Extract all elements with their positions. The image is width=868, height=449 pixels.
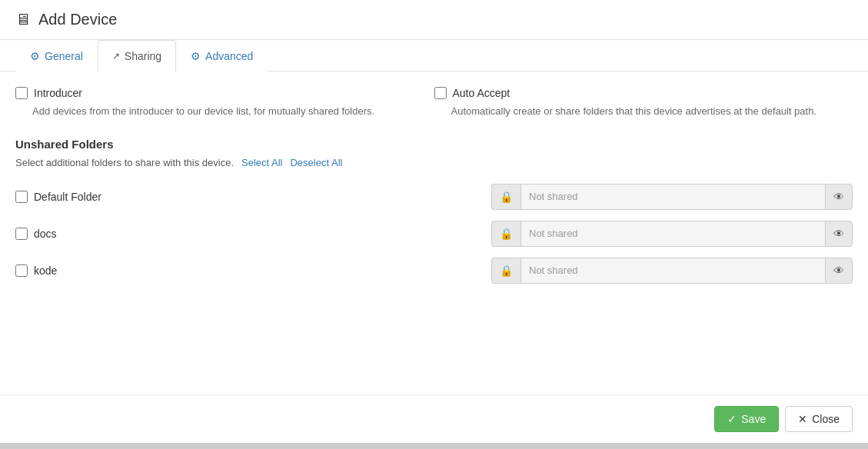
folder-docs-checkbox[interactable] <box>15 228 28 240</box>
folder-docs-status <box>520 221 825 247</box>
folder-docs-eye-button[interactable]: 👁 <box>825 221 853 247</box>
introducer-checkbox[interactable] <box>15 87 28 99</box>
lock-icon: 🔒 <box>500 228 513 240</box>
gear-icon-advanced: ⚙ <box>191 50 201 62</box>
folder-default-status <box>520 184 825 210</box>
lock-icon: 🔒 <box>500 191 513 203</box>
folder-kode-lock-button[interactable]: 🔒 <box>491 258 520 284</box>
introducer-label[interactable]: Introducer <box>34 87 82 99</box>
introducer-option: Introducer Add devices from the introduc… <box>15 87 434 119</box>
save-button[interactable]: ✓ Save <box>714 406 779 432</box>
auto-accept-checkbox[interactable] <box>434 87 447 99</box>
options-row: Introducer Add devices from the introduc… <box>15 87 853 119</box>
lock-icon: 🔒 <box>500 264 513 277</box>
folder-default-checkbox[interactable] <box>15 191 28 203</box>
folder-default-eye-button[interactable]: 👁 <box>825 184 853 210</box>
folder-docs-lock-button[interactable]: 🔒 <box>491 221 520 247</box>
unshared-folders-section: Unshared Folders Select additional folde… <box>15 138 853 288</box>
x-icon: ✕ <box>798 413 807 425</box>
folder-kode-status <box>520 258 825 284</box>
folder-docs-controls: 🔒 👁 <box>491 221 853 247</box>
auto-accept-option: Auto Accept Automatically create or shar… <box>434 87 853 119</box>
modal-footer: ✓ Save ✕ Close <box>0 394 868 443</box>
tab-advanced-label: Advanced <box>205 50 253 62</box>
table-row: Default Folder 🔒 👁 <box>15 179 853 215</box>
tab-general-label: General <box>45 50 83 62</box>
folder-kode-checkbox[interactable] <box>15 264 28 277</box>
table-row: docs 🔒 👁 <box>15 216 853 251</box>
tab-general[interactable]: ⚙ General <box>15 40 98 72</box>
tab-sharing-label: Sharing <box>125 50 161 62</box>
unshared-folders-title: Unshared Folders <box>15 138 853 151</box>
eye-icon: 👁 <box>833 228 844 240</box>
folder-docs-name: docs <box>28 228 491 240</box>
auto-accept-label[interactable]: Auto Accept <box>453 87 510 99</box>
deselect-all-link[interactable]: Deselect All <box>290 157 342 168</box>
introducer-description: Add devices from the introducer to our d… <box>15 104 434 119</box>
folder-kode-name: kode <box>28 264 491 277</box>
folder-default-name: Default Folder <box>28 191 491 203</box>
folder-kode-controls: 🔒 👁 <box>491 258 853 284</box>
modal-header: 🖥 Add Device <box>0 0 868 40</box>
select-all-link[interactable]: Select All <box>241 157 282 168</box>
check-icon: ✓ <box>727 413 737 425</box>
table-row: kode 🔒 👁 <box>15 253 853 288</box>
folder-rows: Default Folder 🔒 👁 docs <box>15 179 853 288</box>
tab-sharing[interactable]: ↗ Sharing <box>98 40 176 72</box>
page-title: Add Device <box>38 11 117 28</box>
auto-accept-description: Automatically create or share folders th… <box>434 104 853 119</box>
gear-icon-general: ⚙ <box>30 50 40 62</box>
folder-kode-eye-button[interactable]: 👁 <box>825 258 853 284</box>
eye-icon: 👁 <box>833 264 844 277</box>
tab-advanced[interactable]: ⚙ Advanced <box>176 40 268 72</box>
tabs-container: ⚙ General ↗ Sharing ⚙ Advanced <box>0 40 868 72</box>
folder-default-controls: 🔒 👁 <box>491 184 853 210</box>
close-button[interactable]: ✕ Close <box>785 406 853 432</box>
share-icon-sharing: ↗ <box>112 51 120 62</box>
unshared-folders-desc: Select additional folders to share with … <box>15 157 853 168</box>
eye-icon: 👁 <box>833 191 844 203</box>
folder-default-lock-button[interactable]: 🔒 <box>491 184 520 210</box>
main-content: Introducer Add devices from the introduc… <box>0 72 868 304</box>
monitor-icon: 🖥 <box>15 11 31 28</box>
